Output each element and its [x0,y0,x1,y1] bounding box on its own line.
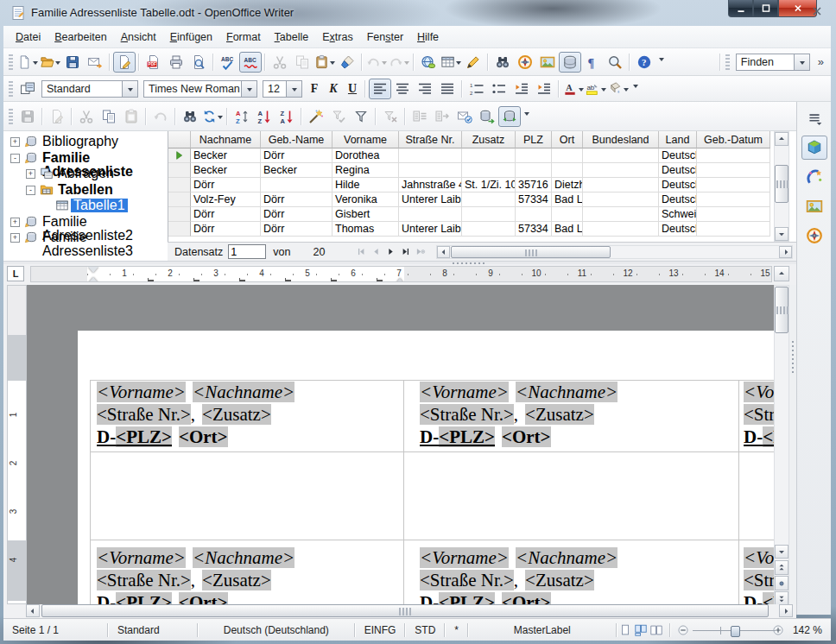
merge-field-ort[interactable]: <Ort> [502,592,551,604]
row-selector[interactable] [168,207,191,222]
table-cell[interactable] [516,207,552,222]
merge-field-plz[interactable]: <PLZ> [116,426,172,447]
font-name-combo[interactable]: Times New Roman [143,80,257,98]
chevron-down-icon[interactable] [286,81,301,97]
table-cell[interactable] [399,148,462,163]
table-cell[interactable]: Dörr [191,178,261,193]
cut-button[interactable] [269,52,291,73]
table-cell[interactable]: 35716 [516,178,552,193]
merge-field-strasse[interactable]: <Straße Nr.> [97,570,191,590]
address-label[interactable]: <Vorname><Nachname><Straße Nr.>,<Zusatz>… [744,381,774,448]
apply-filter-button[interactable] [327,106,350,127]
address-label[interactable]: <Vorname><Nachname><Straße Nr.>,<Zusatz>… [744,546,774,604]
merge-field-zusatz[interactable]: <Zusatz> [202,570,271,590]
scrollbar-thumb[interactable] [775,165,788,203]
zoom-slider[interactable] [693,622,768,638]
paste-button[interactable] [314,52,336,73]
properties-tab[interactable] [801,136,827,160]
vertical-ruler[interactable]: 1234 [7,285,27,604]
cut-button[interactable] [75,106,98,127]
sort-ascending-button[interactable]: AZ [253,106,276,127]
navigator-button[interactable] [514,52,536,73]
edit-file-button[interactable] [46,106,68,127]
status-selection-mode[interactable]: STD [406,624,444,636]
table-cell[interactable] [697,178,770,193]
dropdown-arrow-icon[interactable] [382,61,387,67]
open-button[interactable] [39,52,61,73]
decrease-indent-button[interactable] [510,79,533,99]
toolbar-grip[interactable] [9,54,13,70]
spellcheck-button[interactable]: ABC [217,52,239,73]
table-cell[interactable]: Unterer Laiba [399,193,462,207]
menu-tabelle[interactable]: Tabelle [268,28,316,46]
sidebar-splitter[interactable] [789,285,796,604]
merge-field-zusatz[interactable]: <Zusatz> [202,404,271,425]
table-cell[interactable]: Deutschl [659,222,697,237]
address-label[interactable]: <Vorname><Nachname><Straße Nr.>,<Zusatz>… [420,546,722,604]
undo-button[interactable] [365,52,388,73]
table-cell[interactable]: Becker [191,148,261,163]
table-cell[interactable]: Becker [261,163,332,178]
table-cell[interactable]: 57334 [516,193,552,207]
font-size-combo[interactable]: 12 [263,80,302,98]
column-header-stra-e-nr-[interactable]: Straße Nr. [399,131,462,148]
merge-field-vorname[interactable]: <Vorname> [420,382,509,402]
document-canvas[interactable]: <Vorname><Nachname><Straße Nr.>,<Zusatz>… [27,285,774,604]
increase-indent-button[interactable] [533,79,555,99]
tree-expander[interactable]: - [10,154,20,163]
tree-item-abfragen[interactable]: Abfragen [55,167,117,180]
column-header-ort[interactable]: Ort [552,131,583,148]
data-sources-button[interactable] [559,52,581,73]
tab-type-selector[interactable]: L [7,266,24,281]
scrollbar-thumb[interactable] [775,287,788,333]
table-cell[interactable] [697,163,770,178]
gallery-tab[interactable] [801,194,827,218]
status-insert-mode[interactable]: EINFG [356,624,405,636]
title-bar[interactable]: Familie Adressenliste Tabelle.odt - Open… [0,0,836,26]
menu-bearbeiten[interactable]: Bearbeiten [48,28,113,46]
column-header-nachname[interactable]: Nachname [191,131,261,148]
toolbar-more-button[interactable] [656,53,666,72]
merge-field-nachname[interactable]: <Nachname> [516,547,618,568]
table-vertical-sc rollbar[interactable] [774,131,789,242]
mail-merge-button[interactable] [453,106,476,127]
zoom-slider-thumb[interactable] [731,626,740,637]
new-record-button[interactable] [413,244,428,259]
table-cell[interactable] [583,148,659,163]
status-page-style[interactable]: Standard [109,624,197,636]
table-cell[interactable]: Deutschl [659,178,697,193]
table-cell[interactable]: Dörr [261,148,332,163]
column-header-land[interactable]: Land [659,131,697,148]
merge-field-nachname[interactable]: <Nachname> [193,382,294,402]
tree-item-tabelle1[interactable]: Tabelle1 [71,199,128,212]
merge-field-vorname[interactable]: <Vorname> [744,547,774,568]
copy-button[interactable] [291,52,314,73]
toolbar-grip[interactable] [9,81,13,97]
dropdown-arrow-icon[interactable] [456,61,461,67]
row-selector[interactable] [168,148,191,163]
scroll-down-button[interactable] [775,227,788,241]
address-label[interactable]: <Vorname><Nachname><Straße Nr.>,<Zusatz>… [97,381,399,448]
merge-field-strasse[interactable]: <Straße Nr.> [97,404,191,425]
toolbar-grip[interactable] [9,109,13,124]
merge-field-ort[interactable]: <Ort> [179,426,228,447]
table-cell[interactable]: 57334 [516,222,552,237]
scroll-up-button[interactable] [775,132,788,146]
scroll-left-button[interactable] [437,246,450,258]
styles-window-button[interactable] [16,79,39,99]
toolbar-more-button[interactable] [630,79,640,98]
data-to-text-button[interactable] [408,106,431,127]
merge-field-strasse[interactable]: <Straße Nr.> [420,570,514,590]
page-preview-button[interactable] [187,52,210,73]
table-cell[interactable] [552,148,583,163]
last-record-button[interactable] [398,244,413,259]
dropdown-arrow-icon[interactable] [579,88,584,94]
row-selector-header[interactable] [168,131,191,148]
save-button[interactable] [61,52,84,73]
merge-field-vorname[interactable]: <Vorname> [97,382,186,402]
chevron-down-icon[interactable] [241,81,256,97]
dropdown-arrow-icon[interactable] [330,61,335,67]
align-left-button[interactable] [369,79,391,99]
sort-descending-button[interactable]: ZA [276,106,298,127]
save-button[interactable] [16,106,39,127]
